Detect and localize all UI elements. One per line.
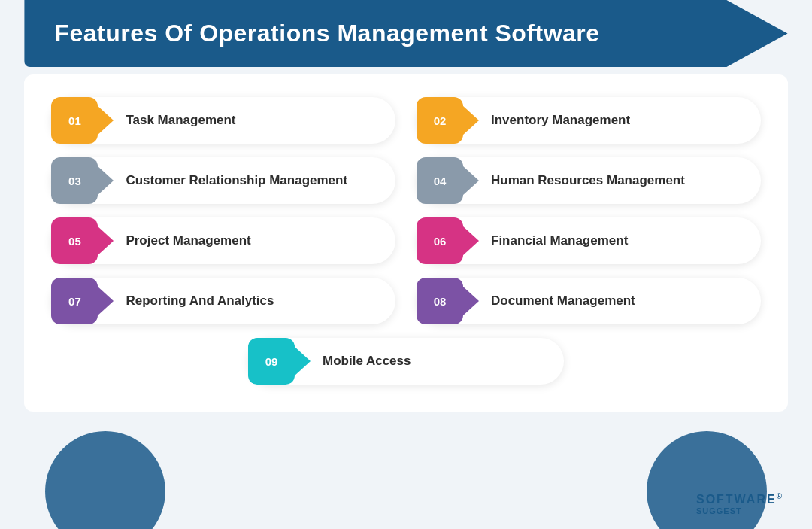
center-row: 09 Mobile Access — [51, 338, 760, 385]
feature-item-02: 02 Inventory Management — [417, 97, 761, 144]
page-title: Features Of Operations Management Softwa… — [54, 20, 757, 47]
arrow-02 — [462, 105, 479, 135]
arrow-01 — [97, 105, 114, 135]
badge-01: 01 — [51, 97, 98, 144]
badge-04: 04 — [417, 157, 463, 204]
arrow-04 — [462, 166, 479, 196]
feature-label-02: Inventory Management — [479, 113, 645, 128]
feature-label-04: Human Resources Management — [479, 173, 700, 188]
bg-circle-left — [45, 431, 165, 529]
feature-item-08: 08 Document Management — [417, 278, 761, 324]
feature-item-03: 03 Customer Relationship Management — [51, 157, 395, 204]
arrow-08 — [462, 286, 479, 316]
feature-item-09: 09 Mobile Access — [248, 338, 564, 385]
brand-logo: Software® Suggest — [696, 492, 783, 515]
feature-label-06: Financial Management — [479, 233, 643, 248]
feature-label-09: Mobile Access — [311, 354, 426, 369]
feature-label-01: Task Management — [114, 113, 250, 128]
feature-label-03: Customer Relationship Management — [114, 173, 362, 188]
feature-item-07: 07 Reporting And Analytics — [51, 278, 395, 324]
badge-08: 08 — [417, 278, 463, 324]
badge-02: 02 — [417, 97, 463, 144]
badge-09: 09 — [248, 338, 295, 385]
content-card: 01 Task Management 02 Inventory Manageme… — [24, 74, 787, 412]
feature-label-08: Document Management — [479, 293, 650, 309]
badge-06: 06 — [417, 217, 463, 264]
arrow-03 — [97, 166, 114, 196]
feature-label-07: Reporting And Analytics — [114, 293, 289, 309]
feature-item-01: 01 Task Management — [51, 97, 395, 144]
feature-label-05: Project Management — [114, 233, 265, 248]
badge-07: 07 — [51, 278, 98, 324]
arrow-09 — [294, 346, 311, 376]
arrow-06 — [462, 226, 479, 256]
logo-text: Software® — [696, 492, 783, 506]
badge-05: 05 — [51, 217, 98, 264]
arrow-07 — [97, 286, 114, 316]
arrow-05 — [97, 226, 114, 256]
feature-item-06: 06 Financial Management — [417, 217, 761, 264]
feature-item-04: 04 Human Resources Management — [417, 157, 761, 204]
features-grid: 01 Task Management 02 Inventory Manageme… — [51, 97, 760, 324]
badge-03: 03 — [51, 157, 98, 204]
header-banner: Features Of Operations Management Softwa… — [24, 0, 787, 67]
feature-item-05: 05 Project Management — [51, 217, 395, 264]
logo-subtext: Suggest — [696, 506, 783, 515]
